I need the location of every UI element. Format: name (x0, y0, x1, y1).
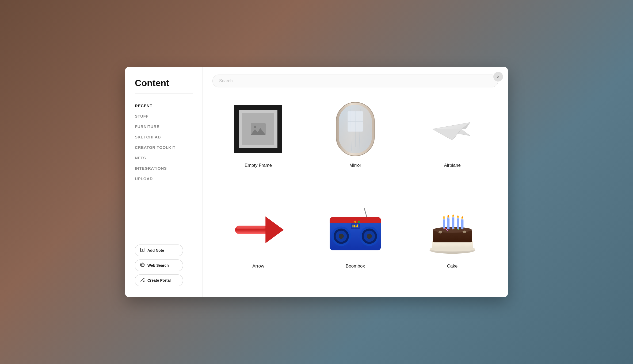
portal-icon (140, 277, 145, 283)
item-label-boombox: Boombox (346, 264, 365, 269)
sidebar-item-upload[interactable]: UPLOAD (135, 174, 193, 183)
svg-rect-29 (237, 226, 266, 229)
web-search-label: Web Search (147, 263, 169, 268)
svg-point-37 (339, 234, 344, 239)
create-portal-label: Create Portal (147, 278, 171, 282)
svg-point-80 (457, 215, 459, 217)
svg-point-84 (462, 216, 463, 218)
sidebar-item-nfts[interactable]: NFTS (135, 153, 193, 162)
svg-rect-77 (457, 218, 459, 229)
svg-rect-47 (357, 224, 358, 227)
create-portal-button[interactable]: Create Portal (135, 274, 183, 286)
svg-point-50 (358, 221, 360, 223)
svg-point-49 (354, 221, 356, 223)
list-item[interactable]: Arrow (212, 196, 304, 289)
list-item[interactable]: Empty Frame (212, 95, 304, 188)
note-icon (140, 247, 145, 253)
search-input[interactable] (212, 75, 498, 87)
sidebar-divider (135, 94, 193, 94)
svg-line-30 (364, 208, 367, 217)
svg-rect-81 (461, 219, 463, 229)
item-image-airplane (423, 100, 482, 158)
sidebar-item-furniture[interactable]: FURNITURE (135, 122, 193, 131)
close-button[interactable]: × (493, 72, 503, 82)
sidebar-title: Content (135, 78, 193, 88)
content-modal: × Content RECENT STUFF FURNITURE SKETCHF… (125, 67, 508, 297)
item-image-mirror (326, 100, 385, 158)
svg-point-72 (448, 215, 449, 217)
svg-rect-69 (447, 218, 449, 229)
svg-rect-46 (356, 226, 357, 227)
svg-point-76 (453, 214, 454, 216)
close-icon: × (497, 74, 500, 80)
search-wrapper (203, 67, 508, 93)
svg-point-68 (443, 216, 444, 218)
svg-point-41 (367, 234, 372, 239)
list-item[interactable]: Mirror (310, 95, 401, 188)
nav-items: RECENT STUFF FURNITURE SKETCHFAB CREATOR… (135, 101, 193, 239)
item-label-arrow: Arrow (252, 264, 264, 269)
svg-rect-45 (354, 225, 355, 227)
sidebar: Content RECENT STUFF FURNITURE SKETCHFAB… (125, 67, 203, 297)
sidebar-item-creator-toolkit[interactable]: CREATOR TOOLKIT (135, 143, 193, 152)
item-label-empty-frame: Empty Frame (245, 163, 272, 168)
list-item[interactable]: Boombox (310, 196, 401, 289)
globe-icon (140, 262, 145, 268)
list-item[interactable]: Airplane (406, 95, 498, 188)
item-image-cake (423, 200, 482, 259)
item-image-arrow (229, 200, 288, 259)
svg-point-64 (462, 231, 466, 233)
svg-point-12 (254, 126, 256, 128)
svg-rect-44 (352, 225, 353, 227)
items-grid: Empty Frame (203, 93, 508, 297)
sidebar-item-sketchfab[interactable]: SKETCHFAB (135, 133, 193, 141)
sidebar-item-integrations[interactable]: INTEGRATIONS (135, 164, 193, 173)
item-image-boombox (326, 200, 385, 259)
svg-point-48 (351, 221, 353, 223)
item-label-airplane: Airplane (444, 163, 460, 168)
web-search-button[interactable]: Web Search (135, 260, 183, 271)
list-item[interactable]: Cake (406, 196, 498, 289)
item-label-mirror: Mirror (349, 163, 361, 168)
svg-rect-65 (443, 219, 445, 229)
item-label-cake: Cake (447, 264, 458, 269)
svg-rect-73 (452, 217, 454, 229)
sidebar-footer: Add Note Web Search (135, 245, 193, 286)
main-content: Empty Frame (203, 67, 508, 297)
sidebar-item-stuff[interactable]: STUFF (135, 112, 193, 121)
add-note-label: Add Note (147, 248, 164, 253)
sidebar-item-recent[interactable]: RECENT (135, 101, 193, 110)
svg-marker-28 (266, 216, 284, 243)
add-note-button[interactable]: Add Note (135, 245, 183, 256)
item-image-empty-frame (229, 100, 288, 158)
svg-point-63 (438, 231, 442, 234)
